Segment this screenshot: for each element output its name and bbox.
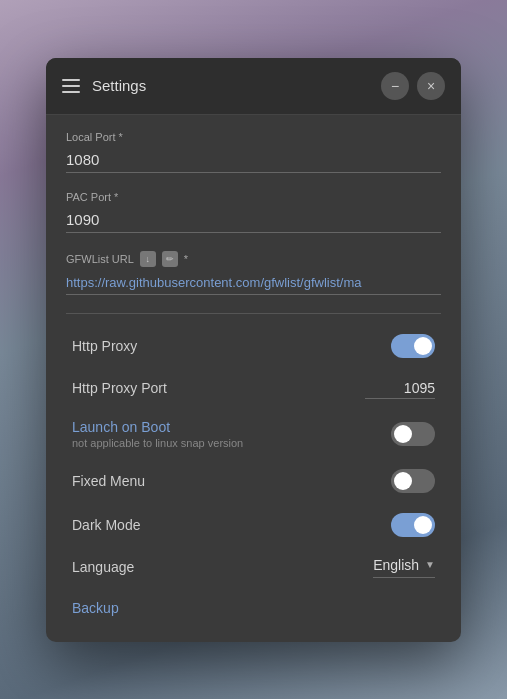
gfwlist-url-input[interactable] <box>66 271 441 295</box>
dark-mode-row: Dark Mode <box>66 503 441 547</box>
local-port-group: Local Port * <box>66 131 441 173</box>
http-proxy-port-row: Http Proxy Port <box>66 368 441 409</box>
minimize-button[interactable]: − <box>381 72 409 100</box>
dark-mode-label: Dark Mode <box>72 517 140 533</box>
chevron-down-icon: ▼ <box>425 559 435 570</box>
language-dropdown[interactable]: English ▼ <box>373 557 435 578</box>
http-proxy-row: Http Proxy <box>66 324 441 368</box>
pac-port-input[interactable] <box>66 207 441 233</box>
gfwlist-icon-2[interactable]: ✏ <box>162 251 178 267</box>
launch-on-boot-row: Launch on Boot not applicable to linux s… <box>66 409 441 459</box>
titlebar: Settings − × <box>46 58 461 115</box>
pac-port-label: PAC Port * <box>66 191 441 203</box>
fixed-menu-label: Fixed Menu <box>72 473 145 489</box>
launch-on-boot-toggle[interactable] <box>391 422 435 446</box>
gfwlist-label-row: GFWList URL ↓ ✏ * <box>66 251 441 267</box>
gfwlist-url-group: GFWList URL ↓ ✏ * <box>66 251 441 295</box>
menu-icon[interactable] <box>62 79 80 93</box>
pac-port-group: PAC Port * <box>66 191 441 233</box>
launch-on-boot-sublabel: not applicable to linux snap version <box>72 437 243 449</box>
language-row: Language English ▼ <box>66 547 441 588</box>
window-title: Settings <box>92 77 146 94</box>
http-proxy-port-input[interactable] <box>365 378 435 399</box>
language-label: Language <box>72 559 134 575</box>
local-port-label: Local Port * <box>66 131 441 143</box>
settings-content: Local Port * PAC Port * GFWList URL ↓ ✏ … <box>46 115 461 642</box>
fixed-menu-toggle[interactable] <box>391 469 435 493</box>
dark-mode-toggle[interactable] <box>391 513 435 537</box>
http-proxy-toggle[interactable] <box>391 334 435 358</box>
close-button[interactable]: × <box>417 72 445 100</box>
gfwlist-icon-1[interactable]: ↓ <box>140 251 156 267</box>
language-value: English <box>373 557 419 573</box>
http-proxy-port-label: Http Proxy Port <box>72 380 167 396</box>
local-port-input[interactable] <box>66 147 441 173</box>
titlebar-actions: − × <box>381 72 445 100</box>
launch-on-boot-label: Launch on Boot <box>72 419 243 435</box>
divider <box>66 313 441 314</box>
titlebar-left: Settings <box>62 77 146 94</box>
http-proxy-label: Http Proxy <box>72 338 137 354</box>
backup-label[interactable]: Backup <box>66 588 441 626</box>
settings-window: Settings − × Local Port * PAC Port * <box>46 58 461 642</box>
fixed-menu-row: Fixed Menu <box>66 459 441 503</box>
